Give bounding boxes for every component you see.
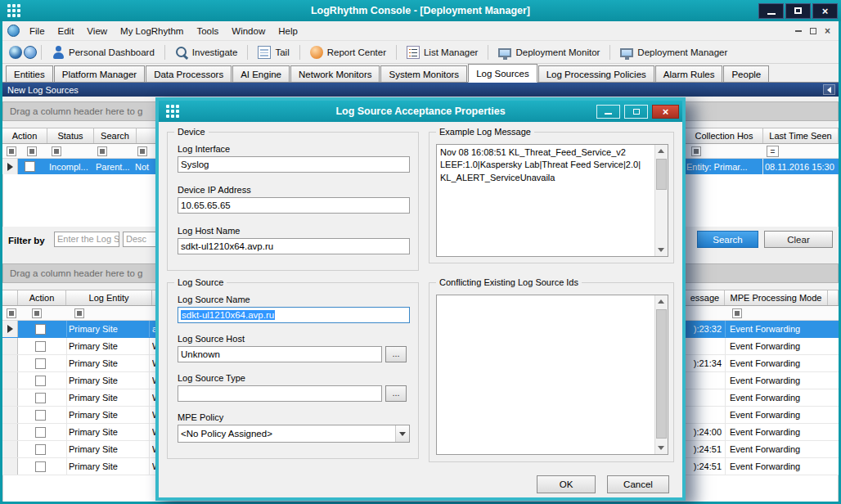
- column-header-log-entity[interactable]: Log Entity: [66, 290, 152, 305]
- cancel-button[interactable]: Cancel: [607, 475, 669, 493]
- menu-file[interactable]: File: [23, 23, 52, 39]
- row-checkbox[interactable]: [35, 427, 46, 438]
- toolbar-personal-dashboard[interactable]: Personal Dashboard: [46, 43, 160, 61]
- filter-checkbox-icon[interactable]: [7, 308, 16, 318]
- dialog-titlebar[interactable]: Log Source Acceptance Properties ×: [159, 101, 682, 122]
- clear-button[interactable]: Clear: [764, 231, 833, 248]
- close-button[interactable]: ×: [812, 3, 838, 19]
- browse-type-button[interactable]: ...: [385, 385, 407, 402]
- example-log-message-textarea[interactable]: Nov 08 16:08:51 KL_Threat_Feed_Service_v…: [436, 144, 668, 257]
- column-header-message[interactable]: essage: [686, 290, 725, 305]
- filter-checkbox-icon[interactable]: [97, 146, 107, 156]
- column-header-action[interactable]: Action: [2, 128, 47, 143]
- filter-checkbox-icon[interactable]: [27, 146, 37, 156]
- row-checkbox[interactable]: [35, 444, 46, 455]
- filter-checkbox-icon[interactable]: [32, 308, 42, 318]
- toolbar-tail[interactable]: Tail: [252, 43, 295, 61]
- row-selector[interactable]: [2, 389, 18, 406]
- row-selector[interactable]: [2, 355, 18, 371]
- scroll-up-icon[interactable]: [658, 299, 664, 304]
- tab-platform-manager[interactable]: Platform Manager: [54, 65, 145, 82]
- menu-window[interactable]: Window: [225, 23, 272, 39]
- conflicting-ids-textarea[interactable]: [436, 295, 668, 455]
- mpe-policy-select[interactable]: <No Policy Assigned>: [178, 425, 410, 443]
- filter-checkbox-icon[interactable]: [7, 146, 16, 156]
- row-selector[interactable]: [2, 159, 18, 174]
- tab-entities[interactable]: Entities: [6, 65, 53, 82]
- vertical-scrollbar[interactable]: [654, 145, 668, 256]
- window-titlebar[interactable]: LogRhythm Console - [Deployment Manager]…: [0, 0, 841, 21]
- mdi-minimize-icon[interactable]: [795, 30, 802, 32]
- minimize-button[interactable]: [758, 3, 784, 19]
- scroll-down-icon[interactable]: [658, 446, 664, 450]
- log-source-type-field[interactable]: [178, 385, 382, 402]
- tab-network-monitors[interactable]: Network Monitors: [290, 65, 380, 82]
- column-header-action[interactable]: Action: [18, 290, 66, 305]
- column-header-search[interactable]: Search: [94, 128, 137, 143]
- column-header-last-time-seen[interactable]: Last Time Seen: [763, 128, 839, 143]
- row-checkbox[interactable]: [25, 161, 35, 172]
- tab-system-monitors[interactable]: System Monitors: [380, 65, 467, 82]
- mdi-close-icon[interactable]: ×: [825, 26, 830, 36]
- row-selector[interactable]: [2, 321, 18, 337]
- collapse-panel-button[interactable]: [823, 84, 835, 95]
- description-filter-input[interactable]: Desc: [123, 232, 160, 247]
- row-selector[interactable]: [2, 407, 18, 423]
- toolbar-list-manager[interactable]: List Manager: [401, 43, 483, 61]
- log-source-host-field[interactable]: Unknown: [178, 346, 382, 362]
- column-header-mpe-processing-mode[interactable]: MPE Processing Mode: [725, 290, 828, 305]
- tab-people[interactable]: People: [723, 65, 769, 82]
- menu-help[interactable]: Help: [272, 23, 304, 39]
- menu-view[interactable]: View: [80, 23, 114, 39]
- toolbar-deployment-monitor[interactable]: Deployment Monitor: [492, 44, 605, 60]
- scrollbar-thumb[interactable]: [656, 309, 667, 439]
- filter-checkbox-icon[interactable]: [732, 308, 742, 318]
- row-checkbox[interactable]: [35, 324, 46, 335]
- toolbar-investigate[interactable]: Investigate: [169, 43, 244, 61]
- column-header-status[interactable]: Status: [47, 128, 94, 143]
- mdi-restore-icon[interactable]: [810, 28, 816, 34]
- menu-my-logrhythm[interactable]: My LogRhythm: [114, 23, 190, 39]
- search-button[interactable]: Search: [697, 231, 758, 248]
- tab-log-sources[interactable]: Log Sources: [468, 64, 537, 83]
- toolbar-deployment-manager[interactable]: Deployment Manager: [614, 44, 733, 60]
- column-header-collection-host[interactable]: Collection Hos: [686, 128, 763, 143]
- row-selector[interactable]: [2, 458, 18, 475]
- row-checkbox[interactable]: [35, 341, 46, 352]
- row-checkbox[interactable]: [35, 461, 46, 472]
- row-checkbox[interactable]: [35, 410, 46, 421]
- dialog-close-button[interactable]: ×: [652, 105, 679, 119]
- tab-ai-engine[interactable]: AI Engine: [232, 65, 290, 82]
- web-console-icon[interactable]: [24, 46, 37, 59]
- menu-edit[interactable]: Edit: [52, 23, 81, 39]
- dialog-maximize-button[interactable]: [624, 105, 648, 119]
- device-ip-field[interactable]: 10.65.65.65: [178, 197, 410, 214]
- tab-log-processing-policies[interactable]: Log Processing Policies: [538, 65, 654, 82]
- maximize-button[interactable]: [785, 3, 811, 19]
- scroll-up-icon[interactable]: [658, 149, 664, 153]
- scrollbar-thumb[interactable]: [656, 159, 667, 190]
- filter-checkbox-icon[interactable]: [137, 146, 147, 156]
- filter-operator-button[interactable]: =: [767, 146, 779, 157]
- log-source-filter-input[interactable]: Enter the Log So: [54, 232, 119, 247]
- menu-tools[interactable]: Tools: [190, 23, 225, 39]
- row-checkbox[interactable]: [35, 376, 46, 386]
- filter-checkbox-icon[interactable]: [52, 146, 61, 156]
- dialog-minimize-button[interactable]: [596, 105, 620, 119]
- browse-host-button[interactable]: ...: [385, 346, 407, 362]
- row-selector[interactable]: [2, 372, 18, 389]
- globe-icon[interactable]: [7, 25, 20, 37]
- console-home-icon[interactable]: [9, 46, 22, 59]
- scroll-down-icon[interactable]: [658, 248, 664, 252]
- tab-data-processors[interactable]: Data Processors: [146, 65, 232, 82]
- row-selector[interactable]: [2, 338, 18, 354]
- row-checkbox[interactable]: [35, 393, 46, 403]
- row-selector[interactable]: [2, 441, 18, 457]
- log-host-name-field[interactable]: sdkt-ul1210x64.avp.ru: [178, 238, 410, 254]
- row-checkbox[interactable]: [35, 358, 46, 369]
- filter-checkbox-icon[interactable]: [74, 308, 84, 318]
- toolbar-report-center[interactable]: Report Center: [304, 43, 392, 61]
- log-source-name-field[interactable]: sdkt-ul1210x64.avp.ru: [178, 307, 410, 323]
- filter-checkbox-icon[interactable]: [691, 146, 701, 156]
- tab-alarm-rules[interactable]: Alarm Rules: [655, 65, 723, 82]
